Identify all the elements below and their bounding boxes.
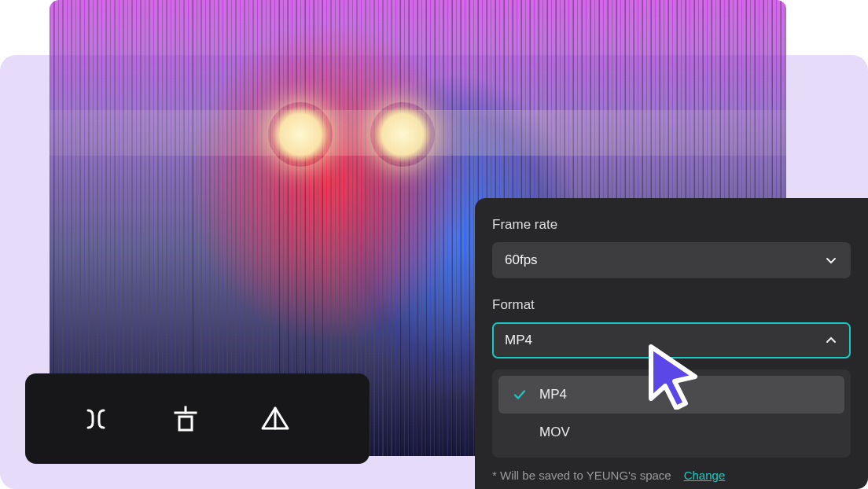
export-panel: Frame rate 60fps Format MP4 MP4 — [475, 198, 868, 489]
chevron-down-icon — [824, 253, 838, 267]
format-block: Format MP4 MP4 MOV — [492, 297, 851, 458]
svg-rect-2 — [179, 417, 192, 430]
option-label: MP4 — [539, 387, 567, 403]
format-label: Format — [492, 297, 851, 313]
mirror-button[interactable] — [258, 402, 292, 436]
split-button[interactable] — [79, 402, 113, 436]
format-option-mov[interactable]: MOV — [498, 414, 844, 451]
check-icon — [513, 388, 527, 402]
frame-rate-value: 60fps — [505, 252, 538, 268]
mirror-icon — [259, 403, 292, 436]
delete-button[interactable] — [168, 402, 203, 436]
format-dropdown: MP4 MOV — [492, 370, 851, 458]
format-select[interactable]: MP4 — [492, 322, 851, 358]
save-footnote: * Will be saved to YEUNG's space Change — [492, 469, 851, 482]
delete-icon — [170, 403, 201, 435]
frame-rate-block: Frame rate 60fps — [492, 217, 851, 278]
editor-toolbar — [25, 373, 370, 464]
frame-rate-select[interactable]: 60fps — [492, 242, 851, 278]
option-label: MOV — [539, 425, 570, 440]
format-option-mp4[interactable]: MP4 — [498, 376, 844, 414]
chevron-up-icon — [824, 333, 838, 347]
format-value: MP4 — [505, 333, 532, 348]
frame-rate-label: Frame rate — [492, 217, 851, 233]
change-link[interactable]: Change — [684, 469, 726, 482]
save-note-text: * Will be saved to YEUNG's space — [492, 469, 671, 482]
split-icon — [80, 403, 112, 435]
